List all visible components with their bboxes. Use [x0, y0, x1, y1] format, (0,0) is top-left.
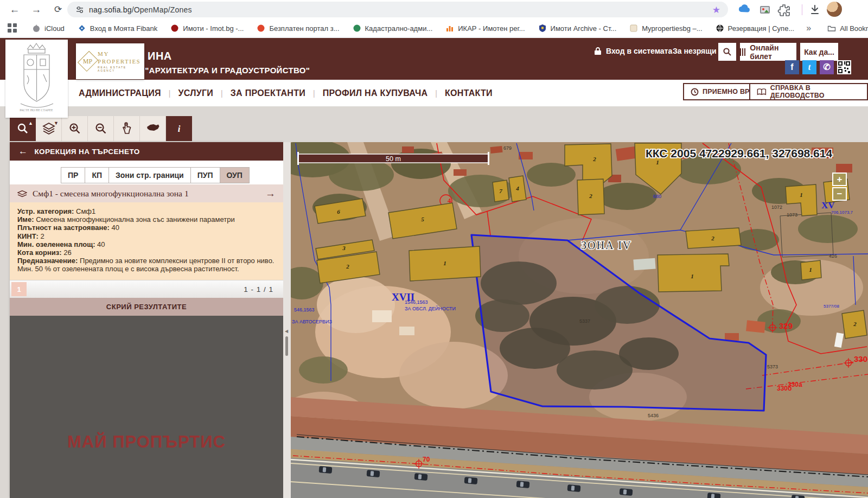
search-correction-header[interactable]: ← КОРЕКЦИЯ НА ТЪРСЕНЕТО	[10, 142, 283, 161]
tool-layers-button[interactable]: ▼	[36, 116, 62, 141]
circle-favicon	[170, 24, 179, 33]
car	[516, 481, 530, 488]
facebook-icon[interactable]: f	[785, 60, 799, 74]
reload-button[interactable]: ⟳	[51, 3, 65, 17]
viber-icon[interactable]: ✆	[820, 60, 834, 74]
bookmark-item[interactable]: Безплатен портал з...	[257, 24, 339, 33]
plot-number-label: 1072	[771, 205, 782, 210]
roof	[454, 169, 467, 176]
bookmark-item[interactable]: Вход в Моята Fibank	[78, 24, 157, 33]
page-1-button[interactable]: 1	[11, 282, 27, 296]
downloads-icon[interactable]	[807, 2, 822, 17]
clock-icon	[691, 88, 699, 96]
blue-plan-label: 680	[653, 194, 661, 199]
building-number: 4	[515, 185, 519, 191]
plot-number-label: 426	[829, 253, 837, 259]
header-search-button[interactable]	[718, 43, 736, 61]
bookmark-star-icon[interactable]: ★	[712, 4, 720, 16]
bookmark-item[interactable]: Mypropertiesbg –...	[629, 24, 702, 33]
detail-line: Кота корниз: 26	[17, 248, 276, 257]
zone-iv-label: ЗОНА IV	[581, 239, 631, 251]
bookmark-item[interactable]: Кадастрално-адми...	[353, 24, 433, 33]
bookmark-label: Резервация | Супе...	[728, 24, 795, 33]
result-open-arrow[interactable]: →	[265, 188, 276, 200]
blue-plan-label: 5377/08	[824, 304, 839, 309]
map-viewport[interactable]: 4653217422121112167910721073426533753735…	[291, 142, 868, 498]
bookmark-item[interactable]: Имоти - Imot.bg -...	[170, 24, 244, 33]
shield-favicon	[538, 24, 547, 33]
screenshot-extension-icon[interactable]	[757, 2, 773, 17]
scrollbar-thumb[interactable]	[285, 336, 288, 356]
book-icon	[757, 88, 767, 96]
page-range: 1 - 1 / 1	[244, 285, 273, 293]
back-button[interactable]: ←	[8, 3, 22, 17]
roof	[399, 327, 414, 335]
mp-logo-name: MY PROPERTIES	[98, 50, 142, 66]
zone-details: Устр. категория: Смф1Име: Смесена многоф…	[10, 202, 283, 280]
nav-item-2[interactable]: УСЛУГИ	[178, 88, 213, 98]
extensions-puzzle-icon[interactable]	[777, 2, 792, 17]
main-nav-band: АДМИНИСТРАЦИЯ|УСЛУГИ|ЗА ПРОЕКТАНТИ|ПРОФИ…	[0, 80, 868, 106]
tab-пр[interactable]: ПР	[61, 167, 85, 183]
tab-оуп[interactable]: ОУП	[220, 167, 250, 183]
tab-кп[interactable]: КП	[85, 167, 109, 183]
folder-icon	[827, 24, 836, 33]
site-info-icon[interactable]	[75, 5, 85, 15]
kkc-coordinates-label: ККС 2005 4722929.661, 327698.614	[646, 147, 832, 159]
how-to-button[interactable]: Как да...	[800, 43, 838, 61]
bookmark-item[interactable]: iCloud	[32, 24, 65, 33]
sofia-coat-of-arms: РАСТЕ НО НЕ СТАРЕЕ	[5, 40, 68, 118]
pan-icon	[120, 122, 134, 136]
result-row[interactable]: Смф1 - смесена многофункционална зона 1 …	[10, 184, 283, 202]
plot-number-label: 5373	[767, 364, 778, 369]
building-number: 1	[809, 266, 812, 273]
detail-line: Плътност на застрояване: 40	[17, 224, 276, 232]
bookmark-label: iCloud	[44, 24, 65, 33]
tabs-row: ПРКПЗони стр. границиПУПОУП	[10, 161, 283, 184]
cloud-extension-icon[interactable]	[737, 2, 752, 17]
tool-pan-button[interactable]	[114, 116, 140, 141]
tab-пуп[interactable]: ПУП	[191, 167, 220, 183]
bookmark-label: Mypropertiesbg –...	[642, 24, 702, 33]
qr-code-icon[interactable]	[837, 60, 851, 74]
roof	[836, 164, 852, 173]
address-bar[interactable]: nag.sofia.bg/OpenMap/Zones ★	[67, 2, 728, 17]
nav-item-1[interactable]: АДМИНИСТРАЦИЯ	[79, 88, 161, 98]
panel-collapse-strip[interactable]: ◀	[283, 142, 291, 498]
bookmark-item[interactable]: Имоти Archive - Ст...	[538, 24, 617, 33]
tool-zoom-out-button[interactable]	[88, 116, 114, 141]
nav-item-4[interactable]: ПРОФИЛ НА КУПУВАЧА	[323, 88, 428, 98]
detail-line: КИНТ: 2	[17, 232, 276, 240]
hide-results-button[interactable]: СКРИЙ РЕЗУЛТАТИТЕ	[10, 298, 283, 316]
tree-canopy	[329, 158, 394, 191]
building-number: 2	[711, 235, 714, 241]
collapse-arrow-icon[interactable]: ◀	[285, 329, 288, 334]
bookmark-label: Имоти - Imot.bg -...	[183, 24, 244, 33]
apps-grid-icon[interactable]	[8, 23, 17, 33]
registry-check-button[interactable]: СПРАВКА В ДЕЛОВОДСТВО	[749, 83, 868, 100]
bookmarks-overflow-chevron[interactable]: »	[806, 23, 811, 33]
building-number: 1	[691, 273, 694, 279]
back-arrow-icon[interactable]: ←	[18, 146, 28, 157]
login-link[interactable]: Вход в системата	[594, 47, 672, 55]
nav-item-3[interactable]: ЗА ПРОЕКТАНТИ	[231, 88, 305, 98]
toolbar-separator	[802, 4, 802, 15]
tool-search-button[interactable]: ▲	[10, 116, 36, 141]
nav-item-5[interactable]: КОНТАКТИ	[445, 88, 493, 98]
bookmark-item[interactable]: Резервация | Супе...	[716, 24, 795, 33]
forward-button[interactable]: →	[29, 3, 43, 17]
tool-info-button[interactable]: i	[166, 116, 192, 141]
map-zoom-out-button[interactable]: −	[832, 187, 847, 201]
all-bookmarks-button[interactable]: All Bookmarks	[827, 24, 868, 33]
accessibility-link[interactable]: За незрящи	[673, 47, 717, 55]
online-ticket-button[interactable]: Онлайн билет	[740, 43, 796, 61]
profile-avatar[interactable]	[827, 2, 842, 17]
nav-separator: |	[435, 89, 437, 98]
twitter-icon[interactable]: t	[802, 60, 816, 74]
globe-favicon	[716, 24, 724, 33]
bookmark-item[interactable]: ИКАР - Имотен рег...	[445, 24, 525, 33]
map-zoom-in-button[interactable]: +	[832, 173, 847, 186]
tool-zoom-in-button[interactable]	[62, 116, 88, 141]
tab-зони-стр-граници[interactable]: Зони стр. граници	[109, 167, 191, 183]
tool-bulgaria-button[interactable]	[140, 116, 166, 141]
